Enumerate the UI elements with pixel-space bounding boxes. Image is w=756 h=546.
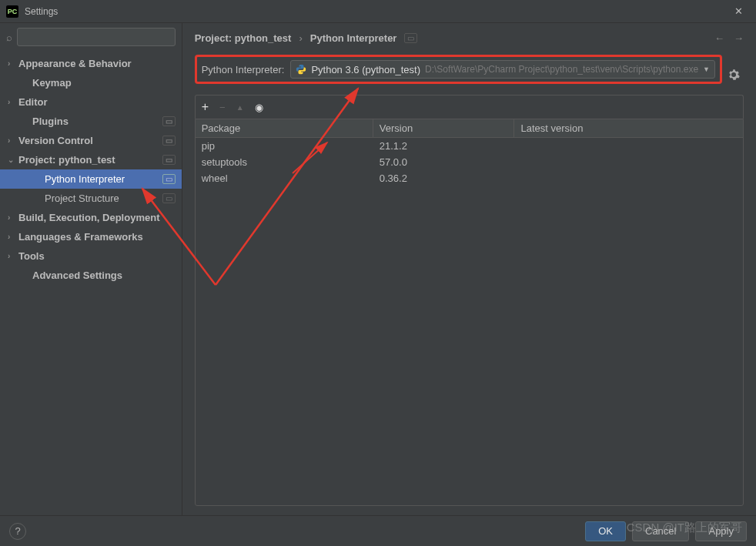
table-header[interactable]: Package <box>196 119 373 138</box>
chevron-right-icon: › <box>8 213 18 222</box>
tree-item[interactable]: Plugins▭ <box>0 112 182 131</box>
breadcrumb-scope-tag: ▭ <box>404 33 417 43</box>
package-table: PackageVersionLatest version pip21.1.2se… <box>196 119 743 186</box>
interpreter-path: D:\SoftWare\PyCharm Project\python_test\… <box>425 64 698 75</box>
table-row[interactable]: wheel0.36.2 <box>196 170 743 186</box>
chevron-right-icon: › <box>8 252 18 260</box>
dialog-footer: ? OK Cancel Apply <box>0 515 756 546</box>
tree-item[interactable]: ›Version Control▭ <box>0 131 182 150</box>
table-cell: 57.0.0 <box>373 154 514 170</box>
chevron-right-icon: › <box>8 59 18 68</box>
chevron-down-icon: ⌄ <box>8 156 18 164</box>
breadcrumb-page: Python Interpreter <box>310 32 397 44</box>
settings-sidebar: ⌕ ›Appearance & BehaviorKeymap›EditorPlu… <box>0 23 182 515</box>
tree-item-label: Python Interpreter <box>45 173 159 185</box>
tree-item-label: Languages & Frameworks <box>18 231 176 243</box>
apply-button[interactable]: Apply <box>695 521 747 541</box>
scope-tag-icon: ▭ <box>162 174 176 184</box>
interpreter-row: Python Interpreter: Python 3.6 (python_t… <box>195 55 722 84</box>
ok-button[interactable]: OK <box>585 521 626 541</box>
table-cell: wheel <box>196 170 373 186</box>
interpreter-name: Python 3.6 (python_test) <box>311 64 420 75</box>
nav-forward-icon[interactable]: → <box>734 32 744 44</box>
tree-item-label: Editor <box>18 96 176 108</box>
table-cell <box>514 170 743 186</box>
tree-item[interactable]: Keymap <box>0 73 182 92</box>
settings-tree: ›Appearance & BehaviorKeymap›EditorPlugi… <box>0 51 182 515</box>
table-cell: 21.1.2 <box>373 138 514 155</box>
scope-tag-icon: ▭ <box>162 136 176 146</box>
add-package-icon[interactable]: + <box>202 100 209 114</box>
tree-item-label: Plugins <box>32 116 159 127</box>
tree-item[interactable]: Advanced Settings <box>0 266 182 285</box>
scope-tag-icon: ▭ <box>162 155 176 165</box>
tree-item[interactable]: Project Structure▭ <box>0 189 182 208</box>
tree-item-label: Keymap <box>32 77 176 89</box>
package-table-wrap: PackageVersionLatest version pip21.1.2se… <box>195 119 744 506</box>
scope-tag-icon: ▭ <box>162 193 176 203</box>
tree-item[interactable]: ›Tools <box>0 246 182 266</box>
breadcrumb: Project: python_test › Python Interprete… <box>195 32 744 44</box>
search-row: ⌕ <box>0 23 182 51</box>
settings-content: Project: python_test › Python Interprete… <box>182 23 756 515</box>
tree-item[interactable]: ›Languages & Frameworks <box>0 227 182 246</box>
python-icon <box>296 64 306 75</box>
chevron-right-icon: › <box>8 98 18 106</box>
tree-item-label: Build, Execution, Deployment <box>18 212 176 223</box>
interpreter-label: Python Interpreter: <box>202 64 285 75</box>
help-button[interactable]: ? <box>9 523 26 540</box>
table-cell: pip <box>196 138 373 155</box>
window-title: Settings <box>25 6 727 17</box>
tree-item-label: Version Control <box>18 135 159 146</box>
search-icon: ⌕ <box>6 32 12 43</box>
tree-item[interactable]: ›Editor <box>0 92 182 112</box>
tree-item[interactable]: Python Interpreter▭ <box>0 169 182 189</box>
scope-tag-icon: ▭ <box>162 116 176 126</box>
table-row[interactable]: setuptools57.0.0 <box>196 154 743 170</box>
table-cell: setuptools <box>196 154 373 170</box>
tree-item[interactable]: ›Appearance & Behavior <box>0 54 182 73</box>
breadcrumb-project: Project: python_test <box>195 32 292 44</box>
nav-back-icon[interactable]: ← <box>714 32 724 44</box>
table-header[interactable]: Version <box>373 119 514 138</box>
tree-item-label: Project: python_test <box>18 154 159 166</box>
gear-icon[interactable] <box>724 65 744 85</box>
table-cell <box>514 138 743 155</box>
show-early-icon[interactable]: ◉ <box>255 102 263 113</box>
tree-item-label: Appearance & Behavior <box>18 58 176 69</box>
tree-item-label: Tools <box>18 250 176 262</box>
breadcrumb-separator: › <box>299 32 302 44</box>
cancel-button[interactable]: Cancel <box>632 521 689 541</box>
package-toolbar: + − ▲ ◉ <box>195 95 744 119</box>
tree-item-label: Advanced Settings <box>32 270 176 281</box>
tree-item[interactable]: ⌄Project: python_test▭ <box>0 150 182 169</box>
table-row[interactable]: pip21.1.2 <box>196 138 743 155</box>
chevron-right-icon: › <box>8 136 18 145</box>
chevron-down-icon: ▼ <box>703 65 710 73</box>
search-input[interactable] <box>17 28 176 46</box>
upgrade-package-icon[interactable]: ▲ <box>236 103 244 112</box>
chevron-right-icon: › <box>8 233 18 241</box>
table-header[interactable]: Latest version <box>514 119 743 138</box>
close-icon[interactable]: ✕ <box>727 5 750 17</box>
remove-package-icon[interactable]: − <box>219 102 226 113</box>
app-icon: PC <box>6 5 18 18</box>
table-cell: 0.36.2 <box>373 170 514 186</box>
tree-item[interactable]: ›Build, Execution, Deployment <box>0 208 182 227</box>
table-cell <box>514 154 743 170</box>
interpreter-dropdown[interactable]: Python 3.6 (python_test) D:\SoftWare\PyC… <box>290 60 715 79</box>
tree-item-label: Project Structure <box>45 193 159 204</box>
titlebar: PC Settings ✕ <box>0 0 756 23</box>
